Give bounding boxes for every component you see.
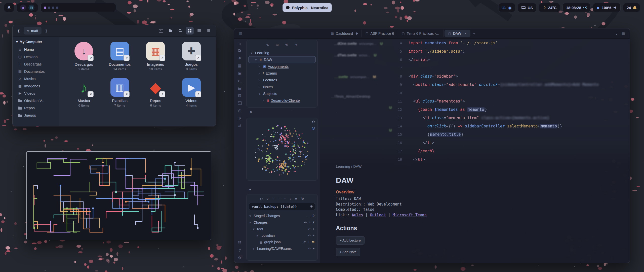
unstage-all-icon[interactable]: − — [278, 197, 280, 200]
folder-imagenes[interactable]: ▦↗Imagenes10 items — [138, 42, 174, 71]
change-list-icon[interactable]: ≣ — [295, 197, 298, 200]
ribbon-reading-view-icon[interactable]: ▤ — [238, 86, 242, 90]
module-clock[interactable]: 18:08:28 — [562, 3, 590, 12]
git-item-graph-json[interactable]: ▤graph.json↶+M — [249, 239, 315, 245]
ribbon-search-icon[interactable] — [238, 49, 241, 52]
grid-view-button[interactable] — [186, 27, 194, 35]
tab-tema-6-pr-cticas[interactable]: ▢Tema 6 Prácticas -… — [398, 30, 443, 37]
app-obsidian-icon[interactable]: ◆ — [20, 5, 26, 11]
graph-pane-icon[interactable]: ❖ — [249, 110, 253, 114]
explorer-item-assignments[interactable]: ›▣Assignments — [249, 63, 315, 70]
sidebar-item-desktop[interactable]: ▢Desktop — [15, 53, 57, 60]
pull-icon[interactable]: ↓ — [289, 197, 291, 200]
sidebar-item-videos[interactable]: ▶Videos — [15, 90, 57, 97]
module-notifications[interactable]: 24 — [623, 3, 640, 12]
back-button[interactable]: ❮ — [16, 28, 22, 34]
explorer-item-daw[interactable]: ∨♕DAW — [249, 56, 315, 63]
explorer-item-desarrollo-cliente[interactable]: ›▮Desarrollo-Cliente — [249, 97, 315, 104]
new-note-icon[interactable]: ✎ — [266, 43, 269, 47]
right-sidebar-toggle-icon[interactable]: ▥ — [620, 31, 627, 36]
explorer-item-notes[interactable]: ›Notes — [249, 83, 315, 90]
sidebar-item-documentos[interactable]: ▤Documentos — [15, 68, 57, 75]
ribbon-settings-icon[interactable]: ⚙ — [238, 256, 241, 260]
sidebar-item-descargas[interactable]: ↓Descargas — [15, 60, 57, 68]
explorer-item-subjects[interactable]: ∨Subjects — [249, 90, 315, 97]
commit-icon[interactable]: ✓ — [266, 197, 269, 200]
new-tab-button[interactable]: + — [471, 31, 477, 36]
obsidian-window[interactable]: ▥ ▦Dashboard▢ASP Practice 6▢Tema 6 Práct… — [234, 28, 630, 263]
stage-all-icon[interactable]: + — [273, 197, 275, 200]
push-icon[interactable]: ↑ — [284, 197, 286, 200]
sidebar-item-juegos[interactable]: Juegos — [15, 112, 57, 119]
ribbon-graph-view-icon[interactable]: ❖ — [238, 56, 241, 60]
ribbon-camera-icon[interactable] — [238, 101, 242, 105]
ribbon-home-icon[interactable]: ⌂ — [238, 42, 241, 45]
left-sidebar-toggle-icon[interactable]: ▥ — [237, 31, 244, 36]
module-weather[interactable]: ☽24°C — [539, 3, 560, 12]
generative-art-window[interactable] — [26, 151, 211, 240]
git-item-staged-changes[interactable]: ∨Staged Changes—0 — [249, 213, 315, 219]
graph-focus-icon[interactable]: ◎ — [312, 126, 315, 130]
ribbon-random-note-icon[interactable]: ⚄ — [238, 94, 241, 98]
sidebar-item-home[interactable]: ⌂Home — [15, 46, 57, 53]
tab-list-dropdown-icon[interactable]: ⌄ — [613, 31, 620, 36]
explorer-item-exams[interactable]: ›!Exams — [249, 70, 315, 77]
app-notes-icon[interactable]: ▤ — [28, 5, 34, 11]
collapse-all-icon[interactable]: ↥ — [295, 43, 298, 47]
music-widget[interactable]: Polyphia - Neurotica — [283, 3, 332, 12]
workspace-4[interactable] — [56, 7, 58, 9]
git-item-obsidian[interactable]: ∨.obsidian↶+ — [249, 232, 315, 239]
link-microsoft-teams[interactable]: Microsoft Teams — [393, 213, 427, 217]
graph-canvas[interactable] — [247, 118, 316, 180]
search-button[interactable] — [176, 27, 184, 35]
forward-button[interactable]: ❯ — [44, 28, 50, 34]
folder-repos[interactable]: ◆↗Repos6 items — [138, 78, 174, 107]
sidebar-item-imagenes[interactable]: ▦Imagenes — [15, 82, 57, 90]
ribbon-shuffle-icon[interactable]: ⇄ — [238, 124, 242, 127]
folder-documentos[interactable]: ▤↗Documentos14 items — [102, 42, 138, 71]
module-updates[interactable]: 11◉ — [499, 3, 515, 12]
link-outlook[interactable]: Outlook — [370, 213, 386, 217]
ribbon-vault-switcher-icon[interactable]: ☷ — [238, 241, 241, 245]
graph-settings-icon[interactable]: ⚙ — [312, 120, 315, 124]
module-volume[interactable]: ◆100% — [593, 3, 621, 12]
sidebar-item-repos[interactable]: Repos — [15, 104, 57, 112]
menu-button[interactable] — [205, 27, 213, 35]
breadcrumb[interactable]: ⌂ matt — [24, 27, 42, 35]
launcher-button[interactable]: Λ — [4, 3, 14, 12]
git-item-changes[interactable]: ∨Changes↶+2 — [249, 219, 315, 226]
folder-plantillas[interactable]: ▥↗Plantillas7 items — [102, 78, 138, 107]
folder-descargas[interactable]: ↓↗Descargas2 items — [66, 42, 102, 71]
button-add-note[interactable]: + Add Note — [336, 248, 360, 256]
sidebar-section-header[interactable]: ▾ My Computer — [15, 39, 57, 46]
explorer-item-lectures[interactable]: ›Lectures — [249, 77, 315, 83]
ribbon-help-icon[interactable]: ? — [239, 248, 241, 252]
editor-area[interactable]: …dOne.sveltesrc\compo…U…dTwo.sveltesrc\c… — [320, 39, 630, 263]
refresh-icon[interactable]: ↻ — [301, 197, 304, 200]
git-item-root[interactable]: ∨root↶+ — [249, 226, 315, 232]
ribbon-currency-icon[interactable]: $ — [239, 116, 241, 120]
workspace-3[interactable] — [52, 7, 54, 9]
tab-dashboard[interactable]: ▦Dashboard — [327, 30, 362, 37]
folder-videos[interactable]: ▶↗Videos4 items — [174, 78, 210, 107]
sidebar-item-musica[interactable]: ♪Musica — [15, 75, 57, 82]
folder-juegos[interactable]: ✚↗Juegos8 items — [174, 42, 210, 71]
git-item-learning-daw-exams[interactable]: ∨Learning/DAW/Exams↶+ — [249, 245, 315, 252]
ribbon-daily-note-icon[interactable]: ▣ — [238, 71, 242, 75]
folder-musica[interactable]: ♪↗Musica6 items — [66, 78, 102, 107]
commit-message-input[interactable] — [249, 203, 315, 210]
ribbon-canvas-icon[interactable]: ▦ — [238, 64, 242, 67]
workspaces-bar[interactable] — [41, 3, 116, 12]
workspace-2[interactable] — [48, 7, 50, 9]
backup-icon[interactable]: ⊙ — [260, 197, 263, 200]
git-pane-icon[interactable]: ± — [249, 188, 251, 192]
ribbon-terminal-icon[interactable]: >_ — [237, 79, 242, 83]
close-tab-icon[interactable]: × — [465, 31, 467, 35]
link-aules[interactable]: Aules — [352, 213, 363, 217]
list-view-button[interactable] — [195, 27, 203, 35]
new-folder-button[interactable] — [167, 27, 175, 35]
sidebar-item-obsidian-v[interactable]: Obsidian V… — [15, 97, 57, 104]
tab-daw[interactable]: ▢DAW× — [445, 30, 470, 37]
file-manager-window[interactable]: ❮ ⌂ matt ❯ ▾ My Computer ⌂Home▢Desktop↓D… — [12, 25, 216, 126]
tab-asp-practice-6[interactable]: ▢ASP Practice 6 — [362, 30, 398, 37]
